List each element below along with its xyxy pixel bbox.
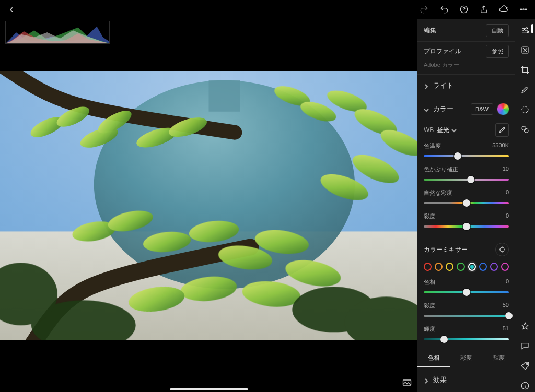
svg-rect-7 (209, 80, 240, 112)
slider-thumb[interactable] (440, 336, 448, 343)
auto-button[interactable]: 自動 (486, 24, 509, 37)
svg-point-1 (520, 9, 521, 10)
slider-thumb[interactable] (505, 312, 513, 319)
svg-point-36 (500, 247, 504, 252)
wb-dropdown[interactable]: 昼光 (437, 126, 457, 135)
swatch-7[interactable] (501, 263, 509, 271)
wb-label: WB (424, 126, 434, 134)
svg-point-43 (525, 129, 529, 133)
chevron-right-icon (424, 377, 429, 383)
swatch-2[interactable] (446, 263, 453, 271)
comments[interactable] (519, 340, 531, 352)
swatch-3[interactable] (457, 263, 464, 271)
slider-thumb[interactable] (467, 176, 474, 183)
help-button[interactable] (458, 3, 470, 16)
white-balance-row: WB 昼光 (417, 120, 515, 140)
swatch-4[interactable] (468, 263, 476, 271)
tool-radial[interactable] (519, 103, 531, 116)
titlebar: ‹ (0, 0, 535, 19)
profile-value: Adobe カラー (417, 61, 515, 74)
more-button[interactable] (517, 3, 530, 16)
cloud-sync-button[interactable] (497, 3, 510, 16)
slider-thumb[interactable] (463, 289, 470, 296)
bw-toggle[interactable]: B&W (471, 103, 493, 115)
slider-thumb[interactable] (454, 152, 461, 160)
mixer-swatches (417, 260, 515, 276)
svg-point-38 (524, 30, 525, 31)
tool-presets[interactable] (519, 123, 531, 136)
slider-thumb[interactable] (463, 223, 470, 230)
redo-button[interactable] (418, 3, 431, 16)
svg-point-42 (522, 126, 526, 130)
home-indicator (170, 388, 248, 390)
svg-point-44 (526, 363, 528, 365)
svg-point-2 (523, 9, 524, 10)
slider-mixer-hue[interactable]: 色相0 (417, 276, 515, 300)
profile-label: プロファイル (424, 47, 461, 56)
swatch-6[interactable] (490, 263, 498, 271)
svg-point-41 (522, 106, 528, 113)
profile-browse-button[interactable]: 参照 (486, 45, 509, 58)
chevron-right-icon (424, 83, 429, 88)
info[interactable] (519, 379, 531, 392)
svg-point-37 (526, 28, 528, 29)
chevron-down-icon (424, 106, 429, 112)
edit-panel: 編集 自動 プロファイル 参照 Adobe カラー ライト カラー (417, 19, 515, 392)
section-light[interactable]: ライト (417, 76, 515, 96)
slider-mixer-saturation[interactable]: 彩度+50 (417, 300, 515, 323)
share-button[interactable] (478, 3, 490, 16)
tool-brush[interactable] (519, 84, 531, 96)
rate-star[interactable] (519, 320, 531, 332)
back-button[interactable]: ‹ (5, 3, 18, 16)
section-effects[interactable]: 効果 (417, 370, 515, 390)
tool-crop[interactable] (519, 64, 531, 76)
edit-label: 編集 (424, 26, 436, 35)
filmstrip-toggle[interactable] (401, 376, 413, 389)
eyedropper-button[interactable] (495, 123, 509, 137)
section-color[interactable]: カラー B&W (417, 98, 515, 120)
swatch-5[interactable] (479, 263, 487, 271)
slider-saturation[interactable]: 彩度0 (417, 210, 515, 234)
tab-saturation[interactable]: 彩度 (450, 349, 482, 367)
photo-preview (0, 71, 417, 340)
tool-adjust[interactable] (519, 24, 531, 37)
tab-luminance[interactable]: 輝度 (483, 349, 515, 367)
tab-hue[interactable]: 色相 (417, 349, 450, 367)
swatch-1[interactable] (435, 263, 443, 271)
slider-thumb[interactable] (463, 199, 470, 207)
keywords[interactable] (519, 360, 531, 372)
targeted-adjust-button[interactable] (495, 243, 509, 256)
slider-tint[interactable]: 色かぶり補正+10 (417, 163, 515, 187)
histogram[interactable] (5, 21, 110, 44)
mixer-tabs: 色相 彩度 輝度 (417, 349, 515, 367)
slider-vibrance[interactable]: 自然な彩度0 (417, 187, 515, 210)
slider-temperature[interactable]: 色温度5500K (417, 140, 515, 163)
slider-mixer-luminance[interactable]: 輝度-51 (417, 323, 515, 347)
tool-healing[interactable] (519, 44, 531, 56)
swatch-0[interactable] (424, 263, 432, 271)
mixer-label: カラーミキサー (424, 245, 468, 254)
svg-point-3 (525, 9, 526, 10)
undo-button[interactable] (438, 3, 450, 16)
chevron-down-icon (451, 127, 457, 133)
tool-rail (515, 19, 535, 392)
image-canvas[interactable] (0, 19, 417, 392)
color-wheel-icon[interactable] (497, 103, 509, 115)
